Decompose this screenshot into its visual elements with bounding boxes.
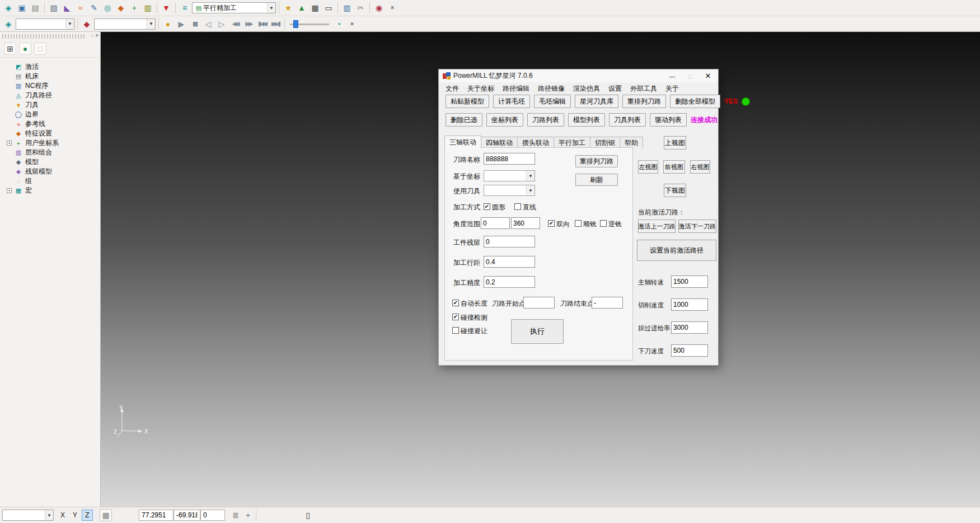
layers-icon[interactable]: ◈ [2,18,15,30]
skim-feed-input[interactable] [671,321,708,334]
use-tool-combo[interactable]: ▼ [484,185,535,196]
clipboard-icon[interactable]: ▥ [142,2,154,14]
stock-edit-button[interactable]: 毛坯编辑 [534,95,571,108]
circle-checkbox[interactable] [484,203,490,210]
entity-combo[interactable]: ▼ [16,18,74,30]
coord-list-button[interactable]: 坐标列表 [486,113,523,127]
front-view-button[interactable]: 前视图 [663,160,685,174]
toolbar-close-icon[interactable]: × [386,2,398,14]
tree-item-workplane[interactable]: ++用户坐标系 [0,138,100,148]
tree-item-boundary[interactable]: ◯边界 [0,110,100,119]
right-view-button[interactable]: 右视图 [690,160,710,174]
delete-selected-button[interactable]: 删除已选 [446,113,482,127]
menu-path-mirror[interactable]: 路径镜像 [538,84,565,94]
top-view-button[interactable]: 上视图 [664,136,686,150]
expander-icon[interactable]: + [7,188,12,193]
auto-length-checkbox[interactable] [452,300,459,306]
globe-icon[interactable]: ● [19,43,31,55]
feature-icon[interactable]: ◆ [115,2,127,14]
axis-x-button[interactable]: X [57,510,68,521]
workplane-icon[interactable]: + [128,2,140,14]
grid-toggle-icon[interactable]: ▦ [100,509,112,521]
delete-all-models-button[interactable]: 删除全部模型 [670,95,720,108]
set-active-path-button[interactable]: 设置当前激活路径 [637,240,716,261]
tab-4axis[interactable]: 四轴联动 [481,137,518,148]
go-end-icon[interactable]: ▶▶▮ [269,18,282,30]
menu-about[interactable]: 关于 [665,84,679,94]
tree-item-stock-model[interactable]: ◈残留模型 [0,167,100,176]
list-options-icon[interactable]: ≣ [229,509,242,521]
panel-close-icon[interactable]: × [95,32,99,39]
close-icon[interactable]: ✕ [699,70,717,82]
tree-item-pattern[interactable]: ≈参考线 [0,119,100,129]
tolerance-input[interactable] [484,276,535,288]
coord-z-input[interactable] [200,510,225,521]
tree-item-macro[interactable]: +▦宏 [0,186,100,195]
menu-coords[interactable]: 关于坐标 [467,84,494,94]
axis-z-button[interactable]: Z [82,510,93,521]
activate-next-button[interactable]: 激活下一刀路 [678,220,716,233]
speed-slider[interactable] [290,19,329,29]
tab-help[interactable]: 帮助 [620,137,643,148]
strategy-combo[interactable]: ▤ 平行精加工 ▼ [192,2,276,13]
fast-forward-icon[interactable]: ▶▶ [242,18,255,30]
tools-icon[interactable]: ★ [282,2,294,14]
rearrange-button[interactable]: 重排列刀路 [575,155,618,167]
step-back-icon[interactable]: ◁ [202,18,214,30]
paste-new-model-button[interactable]: 粘贴新模型 [446,95,489,108]
menu-path-edit[interactable]: 路径编辑 [503,84,529,94]
calc-stock-button[interactable]: 计算毛坯 [493,95,530,108]
tool-library-button[interactable]: 星河刀具库 [575,95,618,108]
collision-check-checkbox[interactable] [452,314,459,320]
pattern-icon[interactable]: ✎ [88,2,100,14]
tree-item-nc-program[interactable]: ▥NC程序 [0,81,100,91]
drive-list-button[interactable]: 驱动列表 [650,113,687,127]
maximize-icon[interactable]: □ [681,70,699,82]
hierarchy-icon[interactable]: ⊞ [4,43,16,55]
spindle-speed-input[interactable] [671,275,708,288]
rearrange-toolpath-button[interactable]: 重排列刀路 [622,95,666,108]
layers-icon[interactable]: ◈ [2,2,15,14]
toolbar-close-icon[interactable]: × [346,18,358,30]
paste-down-icon[interactable]: ▼ [160,2,172,14]
menu-external-tools[interactable]: 外部工具 [630,84,657,94]
climb-checkbox[interactable] [575,220,582,227]
model-list-button[interactable]: 模型列表 [568,113,605,127]
toolpath-list-button[interactable]: 刀路列表 [527,113,564,127]
toolpath-icon[interactable]: ≈ [74,2,87,14]
timer-icon[interactable]: ◔ [332,18,345,30]
tree-item-tool[interactable]: ▼刀具 [0,100,100,110]
line-checkbox[interactable] [514,203,521,210]
print-icon[interactable]: ▤ [29,2,41,14]
menu-settings[interactable]: 设置 [608,84,622,94]
angle-to-input[interactable] [511,217,540,229]
tree-item-machine[interactable]: ▤机床 [0,72,100,81]
measure-icon[interactable]: ▭ [322,2,335,14]
device-icon[interactable]: ▯ [302,509,314,521]
axis-y-button[interactable]: Y [69,510,81,521]
toolpath-name-input[interactable] [484,153,535,165]
panel-pin-icon[interactable]: ▫ [92,32,94,39]
conventional-checkbox[interactable] [600,220,607,227]
tab-parallel[interactable]: 平行加工 [554,137,590,148]
angle-from-input[interactable] [481,217,510,229]
tree-item-toolpath[interactable]: ◬刀具路径 [0,91,100,100]
cutting-speed-input[interactable] [671,298,708,311]
bidirectional-checkbox[interactable] [548,220,555,227]
go-start-icon[interactable]: ▮◀◀ [256,18,268,30]
boundary-icon[interactable]: ◎ [101,2,114,14]
menu-render-sim[interactable]: 渲染仿真 [573,84,600,94]
tab-saw[interactable]: 切割锯 [590,137,620,148]
block-icon[interactable]: ▧ [48,2,60,14]
activate-prev-button[interactable]: 激活上一刀路 [638,220,676,233]
tab-3axis[interactable]: 三轴联动 [444,136,481,148]
based-coord-combo[interactable]: ▼ [484,170,535,181]
collision-avoid-checkbox[interactable] [452,327,459,334]
tree-item-model[interactable]: ◆模型 [0,157,100,167]
list-icon[interactable]: ≡ [179,2,191,14]
panel-grip[interactable] [2,34,86,39]
rewind-icon[interactable]: ◀◀ [229,18,241,30]
step-forward-icon[interactable]: ▷ [215,18,228,30]
play-icon[interactable]: ▶ [175,18,187,30]
stock-remain-input[interactable] [484,236,535,248]
